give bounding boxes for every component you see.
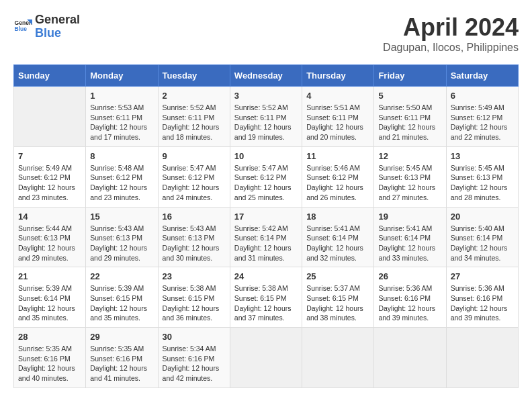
day-number: 18 xyxy=(306,212,369,222)
calendar-cell xyxy=(302,328,374,388)
month-title: April 2024 xyxy=(383,13,519,42)
calendar-cell: 6Sunrise: 5:49 AMSunset: 6:12 PMDaylight… xyxy=(446,87,518,147)
calendar-cell: 22Sunrise: 5:39 AMSunset: 6:15 PMDayligh… xyxy=(86,267,158,328)
calendar-cell: 12Sunrise: 5:45 AMSunset: 6:13 PMDayligh… xyxy=(374,146,446,207)
day-number: 23 xyxy=(163,271,226,281)
day-info: Sunrise: 5:45 AMSunset: 6:13 PMDaylight:… xyxy=(378,163,441,203)
day-info: Sunrise: 5:39 AMSunset: 6:14 PMDaylight:… xyxy=(18,283,81,323)
day-number: 20 xyxy=(451,212,514,222)
calendar-cell: 26Sunrise: 5:36 AMSunset: 6:16 PMDayligh… xyxy=(374,267,446,328)
weekday-header: Sunday xyxy=(14,65,86,87)
day-info: Sunrise: 5:52 AMSunset: 6:11 PMDaylight:… xyxy=(234,103,298,142)
calendar-cell: 24Sunrise: 5:38 AMSunset: 6:15 PMDayligh… xyxy=(230,267,302,328)
day-number: 29 xyxy=(90,332,153,342)
day-info: Sunrise: 5:47 AMSunset: 6:12 PMDaylight:… xyxy=(234,163,298,203)
weekday-header: Thursday xyxy=(302,65,374,87)
calendar-cell: 29Sunrise: 5:35 AMSunset: 6:16 PMDayligh… xyxy=(86,328,158,388)
day-info: Sunrise: 5:35 AMSunset: 6:16 PMDaylight:… xyxy=(90,344,153,383)
day-number: 11 xyxy=(306,151,369,161)
day-info: Sunrise: 5:40 AMSunset: 6:14 PMDaylight:… xyxy=(451,224,514,263)
calendar-week-row: 28Sunrise: 5:35 AMSunset: 6:16 PMDayligh… xyxy=(14,328,519,388)
day-info: Sunrise: 5:43 AMSunset: 6:13 PMDaylight:… xyxy=(163,224,226,263)
calendar-cell: 14Sunrise: 5:44 AMSunset: 6:13 PMDayligh… xyxy=(14,207,86,267)
location-subtitle: Dagupan, Ilocos, Philippines xyxy=(383,42,519,54)
day-info: Sunrise: 5:48 AMSunset: 6:12 PMDaylight:… xyxy=(90,163,153,203)
day-info: Sunrise: 5:34 AMSunset: 6:16 PMDaylight:… xyxy=(163,344,226,383)
calendar-week-row: 21Sunrise: 5:39 AMSunset: 6:14 PMDayligh… xyxy=(14,267,519,328)
day-info: Sunrise: 5:44 AMSunset: 6:13 PMDaylight:… xyxy=(18,224,81,263)
day-info: Sunrise: 5:38 AMSunset: 6:15 PMDaylight:… xyxy=(163,283,226,323)
calendar-cell: 13Sunrise: 5:45 AMSunset: 6:13 PMDayligh… xyxy=(446,146,518,207)
day-info: Sunrise: 5:36 AMSunset: 6:16 PMDaylight:… xyxy=(451,283,514,323)
calendar-cell xyxy=(446,328,518,388)
page-header: General Blue General Blue April 2024 Dag… xyxy=(13,13,519,54)
day-number: 7 xyxy=(18,151,81,161)
weekday-header: Tuesday xyxy=(158,65,230,87)
day-info: Sunrise: 5:45 AMSunset: 6:13 PMDaylight:… xyxy=(451,163,514,203)
day-info: Sunrise: 5:50 AMSunset: 6:11 PMDaylight:… xyxy=(378,103,441,142)
calendar-cell: 8Sunrise: 5:48 AMSunset: 6:12 PMDaylight… xyxy=(86,146,158,207)
day-info: Sunrise: 5:51 AMSunset: 6:11 PMDaylight:… xyxy=(306,103,369,142)
calendar-cell: 21Sunrise: 5:39 AMSunset: 6:14 PMDayligh… xyxy=(14,267,86,328)
day-number: 10 xyxy=(234,151,298,161)
weekday-header: Friday xyxy=(374,65,446,87)
logo-text: General Blue xyxy=(35,13,80,40)
day-number: 5 xyxy=(378,91,441,101)
day-number: 30 xyxy=(163,332,226,342)
day-info: Sunrise: 5:41 AMSunset: 6:14 PMDaylight:… xyxy=(306,224,369,263)
day-info: Sunrise: 5:39 AMSunset: 6:15 PMDaylight:… xyxy=(90,283,153,323)
day-number: 2 xyxy=(163,91,226,101)
day-info: Sunrise: 5:42 AMSunset: 6:14 PMDaylight:… xyxy=(234,224,298,263)
day-info: Sunrise: 5:47 AMSunset: 6:12 PMDaylight:… xyxy=(163,163,226,203)
calendar-cell: 7Sunrise: 5:49 AMSunset: 6:12 PMDaylight… xyxy=(14,146,86,207)
day-number: 15 xyxy=(90,212,153,222)
calendar-cell: 18Sunrise: 5:41 AMSunset: 6:14 PMDayligh… xyxy=(302,207,374,267)
title-area: April 2024 Dagupan, Ilocos, Philippines xyxy=(383,13,519,54)
weekday-header: Wednesday xyxy=(230,65,302,87)
day-number: 8 xyxy=(90,151,153,161)
day-number: 19 xyxy=(378,212,441,222)
weekday-header-row: SundayMondayTuesdayWednesdayThursdayFrid… xyxy=(14,65,519,87)
calendar-cell: 5Sunrise: 5:50 AMSunset: 6:11 PMDaylight… xyxy=(374,87,446,147)
calendar-cell: 27Sunrise: 5:36 AMSunset: 6:16 PMDayligh… xyxy=(446,267,518,328)
day-number: 26 xyxy=(378,271,441,281)
calendar-cell: 9Sunrise: 5:47 AMSunset: 6:12 PMDaylight… xyxy=(158,146,230,207)
day-number: 12 xyxy=(378,151,441,161)
calendar-week-row: 14Sunrise: 5:44 AMSunset: 6:13 PMDayligh… xyxy=(14,207,519,267)
day-info: Sunrise: 5:53 AMSunset: 6:11 PMDaylight:… xyxy=(90,103,153,142)
day-info: Sunrise: 5:49 AMSunset: 6:12 PMDaylight:… xyxy=(18,163,81,203)
day-number: 21 xyxy=(18,271,81,281)
calendar-cell: 11Sunrise: 5:46 AMSunset: 6:12 PMDayligh… xyxy=(302,146,374,207)
calendar-cell xyxy=(230,328,302,388)
day-info: Sunrise: 5:37 AMSunset: 6:15 PMDaylight:… xyxy=(306,283,369,323)
day-number: 1 xyxy=(90,91,153,101)
day-number: 25 xyxy=(306,271,369,281)
calendar-cell: 15Sunrise: 5:43 AMSunset: 6:13 PMDayligh… xyxy=(86,207,158,267)
svg-text:Blue: Blue xyxy=(15,26,28,32)
day-number: 6 xyxy=(451,91,514,101)
weekday-header: Saturday xyxy=(446,65,518,87)
calendar-cell xyxy=(14,87,86,147)
calendar-cell xyxy=(374,328,446,388)
day-number: 14 xyxy=(18,212,81,222)
day-info: Sunrise: 5:41 AMSunset: 6:14 PMDaylight:… xyxy=(378,224,441,263)
logo-icon: General Blue xyxy=(13,17,32,36)
day-number: 17 xyxy=(234,212,298,222)
calendar-cell: 2Sunrise: 5:52 AMSunset: 6:11 PMDaylight… xyxy=(158,87,230,147)
day-info: Sunrise: 5:46 AMSunset: 6:12 PMDaylight:… xyxy=(306,163,369,203)
calendar-cell: 30Sunrise: 5:34 AMSunset: 6:16 PMDayligh… xyxy=(158,328,230,388)
day-number: 22 xyxy=(90,271,153,281)
calendar-cell: 28Sunrise: 5:35 AMSunset: 6:16 PMDayligh… xyxy=(14,328,86,388)
day-info: Sunrise: 5:52 AMSunset: 6:11 PMDaylight:… xyxy=(163,103,226,142)
day-number: 28 xyxy=(18,332,81,342)
calendar-cell: 16Sunrise: 5:43 AMSunset: 6:13 PMDayligh… xyxy=(158,207,230,267)
day-info: Sunrise: 5:38 AMSunset: 6:15 PMDaylight:… xyxy=(234,283,298,323)
day-info: Sunrise: 5:35 AMSunset: 6:16 PMDaylight:… xyxy=(18,344,81,383)
day-info: Sunrise: 5:43 AMSunset: 6:13 PMDaylight:… xyxy=(90,224,153,263)
weekday-header: Monday xyxy=(86,65,158,87)
calendar-week-row: 1Sunrise: 5:53 AMSunset: 6:11 PMDaylight… xyxy=(14,87,519,147)
day-info: Sunrise: 5:49 AMSunset: 6:12 PMDaylight:… xyxy=(451,103,514,142)
day-info: Sunrise: 5:36 AMSunset: 6:16 PMDaylight:… xyxy=(378,283,441,323)
logo: General Blue General Blue xyxy=(13,13,80,40)
calendar-cell: 10Sunrise: 5:47 AMSunset: 6:12 PMDayligh… xyxy=(230,146,302,207)
